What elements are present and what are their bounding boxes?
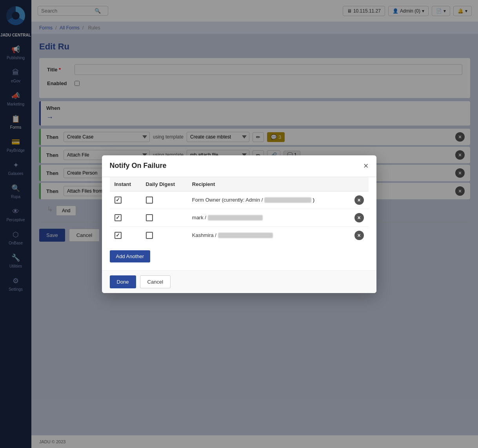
daily-cell-2 — [141, 209, 187, 226]
recipient-close-1: ) — [313, 197, 314, 203]
add-another-btn[interactable]: Add Another — [110, 250, 151, 262]
remove-recipient-2[interactable]: × — [354, 213, 364, 222]
col-recipient: Recipient — [187, 177, 346, 191]
instant-cell-1 — [110, 191, 141, 209]
recipient-label-1: Form Owner (currently: Admin / — [192, 197, 264, 203]
recipient-email-2 — [208, 215, 263, 220]
instant-checkbox-1[interactable] — [115, 197, 122, 204]
recipient-cell-2: mark / — [187, 209, 346, 226]
table-row: Form Owner (currently: Admin / ) × — [110, 191, 369, 209]
remove-recipient-3[interactable]: × — [354, 231, 364, 240]
col-instant: Instant — [110, 177, 141, 191]
recipient-email-3 — [218, 233, 273, 238]
instant-checkbox-2[interactable] — [115, 214, 122, 221]
remove-cell-2: × — [346, 209, 369, 226]
recipient-label-2: mark / — [192, 215, 208, 220]
remove-cell-3: × — [346, 226, 369, 244]
recipient-email-1 — [264, 197, 311, 203]
daily-checkbox-2[interactable] — [146, 214, 153, 221]
instant-cell-3 — [110, 226, 141, 244]
recipients-table: Instant Daily Digest Recipient — [110, 177, 369, 244]
modal-cancel-btn[interactable]: Cancel — [140, 275, 171, 288]
recipient-cell-1: Form Owner (currently: Admin / ) — [187, 191, 346, 209]
remove-recipient-1[interactable]: × — [354, 195, 364, 205]
modal-close-btn[interactable]: × — [363, 162, 369, 170]
daily-checkbox-1[interactable] — [146, 197, 153, 204]
modal-title: Notify On Failure — [110, 162, 167, 170]
recipient-label-3: Kashmira / — [192, 232, 218, 238]
col-daily-digest: Daily Digest — [141, 177, 187, 191]
table-row: Kashmira / × — [110, 226, 369, 244]
modal-done-btn[interactable]: Done — [110, 275, 136, 288]
table-row: mark / × — [110, 209, 369, 226]
daily-checkbox-3[interactable] — [146, 232, 153, 239]
instant-cell-2 — [110, 209, 141, 226]
col-actions — [346, 177, 369, 191]
modal-body: Instant Daily Digest Recipient — [102, 177, 376, 270]
notify-on-failure-modal: Notify On Failure × Instant Daily Digest… — [102, 155, 376, 293]
modal-footer: Done Cancel — [102, 270, 376, 293]
daily-cell-3 — [141, 226, 187, 244]
recipient-cell-3: Kashmira / — [187, 226, 346, 244]
remove-cell-1: × — [346, 191, 369, 209]
modal-overlay: Notify On Failure × Instant Daily Digest… — [0, 0, 478, 448]
instant-checkbox-3[interactable] — [115, 232, 122, 239]
modal-header: Notify On Failure × — [102, 155, 376, 177]
daily-cell-1 — [141, 191, 187, 209]
